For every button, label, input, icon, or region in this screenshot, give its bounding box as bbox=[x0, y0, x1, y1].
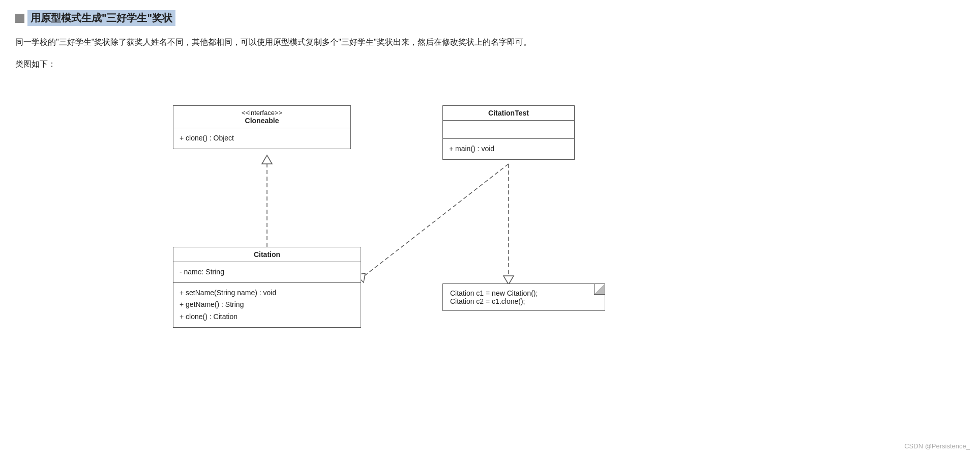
page-title: 用原型模式生成"三好学生"奖状 bbox=[27, 10, 175, 26]
title-icon bbox=[15, 14, 24, 23]
watermark: CSDN @Persistence_ bbox=[904, 442, 970, 450]
citation-test-empty bbox=[443, 121, 574, 139]
title-bar: 用原型模式生成"三好学生"奖状 bbox=[15, 10, 965, 26]
class-diagram-label: 类图如下： bbox=[15, 59, 965, 70]
cloneable-header: <<interface>> Cloneable bbox=[173, 106, 350, 128]
citation-test-box: CitationTest + main() : void bbox=[442, 105, 575, 160]
cloneable-methods: + clone() : Object bbox=[173, 128, 350, 149]
svg-line-2 bbox=[361, 164, 509, 278]
description-text: 同一学校的"三好学生"奖状除了获奖人姓名不同，其他都相同，可以使用原型模式复制多… bbox=[15, 35, 829, 50]
citation-fields: - name: String bbox=[173, 262, 361, 283]
citation-test-header: CitationTest bbox=[443, 106, 574, 121]
diagram-area: <<interface>> Cloneable + clone() : Obje… bbox=[36, 85, 646, 350]
note-box: Citation c1 = new Citation(); Citation c… bbox=[442, 283, 605, 311]
citation-methods: + setName(String name) : void + getName(… bbox=[173, 283, 361, 327]
citation-box: Citation - name: String + setName(String… bbox=[173, 247, 361, 328]
citation-header: Citation bbox=[173, 247, 361, 262]
citation-test-methods: + main() : void bbox=[443, 139, 574, 159]
cloneable-box: <<interface>> Cloneable + clone() : Obje… bbox=[173, 105, 351, 149]
svg-marker-1 bbox=[262, 155, 272, 164]
